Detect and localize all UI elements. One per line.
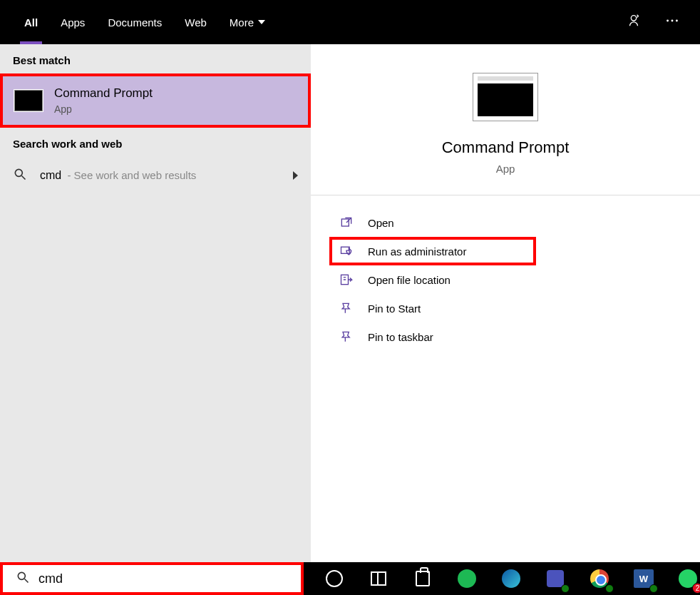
preview-app-icon: [473, 73, 538, 121]
task-view-icon[interactable]: [366, 566, 391, 591]
search-web-item[interactable]: cmd - See work and web results: [0, 157, 311, 194]
svg-rect-5: [341, 219, 349, 226]
edge-icon[interactable]: [499, 566, 523, 591]
action-pin-taskbar[interactable]: Pin to taskbar: [311, 322, 700, 351]
tab-more[interactable]: More: [218, 0, 277, 44]
spotify-icon[interactable]: [455, 566, 479, 591]
tab-documents[interactable]: Documents: [96, 0, 173, 44]
action-pin-start[interactable]: Pin to Start: [311, 294, 700, 322]
search-web-hint: - See work and web results: [64, 169, 196, 181]
store-icon[interactable]: [411, 566, 435, 591]
notification-badge: 2: [692, 583, 700, 594]
preview-subtitle: App: [496, 163, 515, 175]
chrome-icon[interactable]: [587, 566, 612, 591]
more-options-icon[interactable]: [664, 13, 680, 31]
chevron-down-icon: [258, 20, 265, 24]
cortana-icon[interactable]: [322, 566, 346, 591]
tabs-right-group: [626, 13, 680, 31]
search-web-text: cmd - See work and web results: [40, 169, 196, 182]
tabs-group: All Apps Documents Web More: [13, 0, 277, 44]
search-box[interactable]: [0, 562, 304, 595]
action-open-location-label: Open file location: [368, 274, 451, 286]
best-match-subtitle: App: [54, 103, 153, 115]
best-match-title: Command Prompt: [54, 86, 153, 101]
tab-web[interactable]: Web: [173, 0, 218, 44]
word-icon[interactable]: W: [632, 566, 656, 591]
svg-line-9: [25, 579, 29, 583]
action-pin-taskbar-label: Pin to taskbar: [368, 331, 433, 343]
search-web-left: cmd - See work and web results: [13, 167, 196, 184]
best-match-heading: Best match: [0, 44, 311, 73]
chevron-right-icon: [293, 171, 298, 180]
search-icon: [13, 167, 27, 184]
action-run-admin-label: Run as administrator: [368, 245, 466, 258]
preview-title: Command Prompt: [442, 138, 570, 157]
search-tabs-bar: All Apps Documents Web More: [0, 0, 700, 44]
svg-point-8: [18, 572, 25, 579]
action-open-label: Open: [368, 217, 394, 229]
tab-apps[interactable]: Apps: [49, 0, 96, 44]
search-icon: [16, 570, 30, 587]
action-open-location[interactable]: Open file location: [311, 265, 700, 294]
action-open[interactable]: Open: [311, 208, 700, 237]
action-run-admin[interactable]: Run as administrator: [339, 244, 523, 258]
results-preview-pane: Command Prompt App Open Run as administr…: [311, 44, 700, 562]
tab-all[interactable]: All: [13, 0, 49, 44]
command-prompt-icon: [14, 90, 43, 111]
svg-point-3: [15, 169, 22, 176]
results-left-pane: Best match Command Prompt App Search wor…: [0, 44, 311, 562]
taskbar-icons: W 2: [322, 566, 700, 591]
action-run-admin-highlight: Run as administrator: [329, 237, 536, 265]
search-web-heading: Search work and web: [0, 128, 311, 157]
results-body: Best match Command Prompt App Search wor…: [0, 44, 700, 562]
best-match-texts: Command Prompt App: [54, 86, 153, 115]
search-web-query: cmd: [40, 169, 61, 181]
taskbar: W 2: [0, 562, 700, 595]
search-input[interactable]: [38, 567, 301, 590]
svg-line-4: [22, 176, 26, 180]
preview-actions: Open Run as administrator Open file loca…: [311, 195, 700, 351]
svg-point-1: [671, 20, 674, 22]
feedback-icon[interactable]: [626, 13, 642, 31]
svg-point-0: [666, 20, 669, 22]
whatsapp-icon[interactable]: 2: [676, 566, 700, 591]
teams-icon[interactable]: [543, 566, 567, 591]
action-pin-start-label: Pin to Start: [368, 302, 421, 315]
svg-point-2: [676, 20, 678, 22]
best-match-item[interactable]: Command Prompt App: [0, 73, 311, 128]
tab-more-label: More: [230, 16, 254, 29]
